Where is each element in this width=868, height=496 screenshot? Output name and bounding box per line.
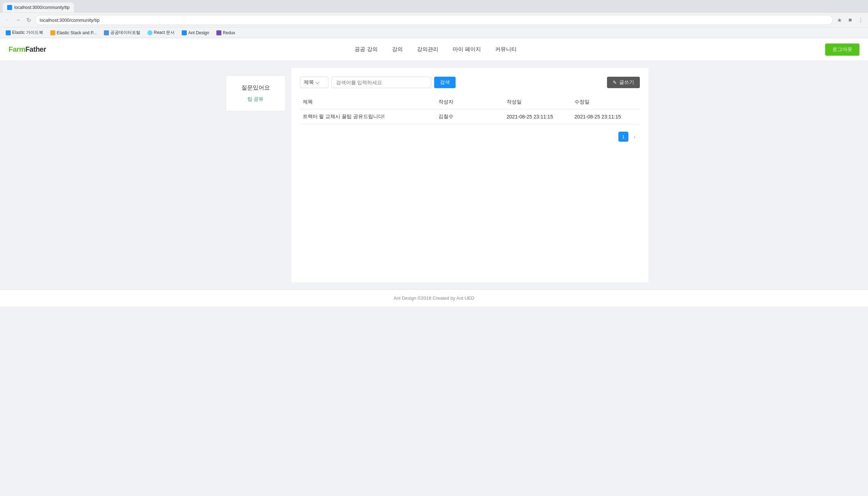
row-title[interactable]: 트랙터 윌 교체시 꿀팁 공유드립니다! — [300, 109, 436, 125]
reload-button[interactable]: ↻ — [24, 16, 33, 24]
pencil-icon: ✎ — [613, 80, 617, 85]
bookmark-label-6: Redux — [223, 30, 235, 35]
nav-item-public-lecture[interactable]: 공공 강의 — [355, 46, 377, 53]
logout-button[interactable]: 로그아웃 — [825, 44, 859, 56]
search-button[interactable]: 검색 — [434, 77, 456, 88]
bookmark-favicon-1 — [6, 30, 11, 35]
nav-item-community[interactable]: 커뮤니티 — [495, 46, 517, 53]
bookmark-ant-design[interactable]: Ant Design — [179, 30, 212, 36]
table-body: 트랙터 윌 교체시 꿀팁 공유드립니다! 김철수 2021-08-25 23:1… — [300, 109, 640, 125]
bookmark-label-5: Ant Design — [188, 30, 209, 35]
bookmark-favicon-4 — [147, 30, 152, 35]
col-author: 작성자 — [436, 95, 503, 109]
forward-button[interactable]: → — [14, 16, 22, 24]
category-select[interactable]: 제목 — [300, 77, 328, 88]
sidebar-card: 질문있어요 팁 공유 — [226, 75, 286, 111]
sidebar-tip-label[interactable]: 팁 공유 — [233, 96, 278, 102]
table-row[interactable]: 트랙터 윌 교체시 꿀팁 공유드립니다! 김철수 2021-08-25 23:1… — [300, 109, 640, 125]
nav-item-mypage[interactable]: 마이 페이지 — [453, 46, 481, 53]
bookmark-star[interactable]: ★ — [835, 16, 844, 24]
nav-menu: 공공 강의 강의 강의관리 마이 페이지 커뮤니티 — [355, 46, 516, 53]
bookmark-elastic-stack[interactable]: Elastic Stack and P... — [47, 30, 100, 36]
bookmark-favicon-2 — [50, 30, 55, 35]
sidebar: 질문있어요 팁 공유 — [220, 68, 291, 282]
extensions-button[interactable]: ■ — [846, 16, 854, 24]
search-input[interactable] — [331, 77, 431, 88]
col-updated: 수정일 — [572, 95, 639, 109]
content-area: 질문있어요 팁 공유 제목 검색 ✎ 글쓰기 — [220, 61, 648, 289]
bookmark-label-3: 공공데이터포털 — [110, 30, 140, 36]
row-updated-at: 2021-08-25 23:11:15 — [572, 109, 639, 125]
app-footer: Ant Design ©2018 Created by Ant UED — [0, 289, 868, 307]
bookmark-elastic-guide[interactable]: Elastic 가이드북 — [3, 29, 46, 36]
browser-tabs: localhost:3000/community/tip — [0, 0, 868, 13]
bookmark-label-1: Elastic 가이드북 — [12, 30, 43, 36]
search-bar: 제목 검색 ✎ 글쓰기 — [300, 77, 640, 88]
write-label: 글쓰기 — [619, 79, 634, 86]
bookmark-favicon-5 — [182, 30, 187, 35]
nav-item-lecture[interactable]: 강의 — [392, 46, 403, 53]
footer-text: Ant Design ©2018 Created by Ant UED — [393, 295, 474, 301]
active-tab[interactable]: localhost:3000/community/tip — [3, 2, 74, 12]
address-bar[interactable]: localhost:3000/community/tip — [35, 15, 833, 25]
nav-link-lecture[interactable]: 강의 — [392, 46, 403, 52]
col-created: 작성일 — [504, 95, 572, 109]
nav-item-lecture-mgmt[interactable]: 강의관리 — [417, 46, 438, 53]
logo-father: Father — [25, 45, 46, 53]
row-created-at: 2021-08-25 23:11:15 — [504, 109, 572, 125]
logo-farm: Farm — [9, 45, 25, 53]
tab-favicon — [7, 5, 12, 10]
page-1-button[interactable]: 1 — [618, 132, 628, 142]
menu-button[interactable]: ⋮ — [857, 16, 865, 24]
url-display: localhost:3000/community/tip — [40, 17, 100, 23]
next-page-button[interactable]: › — [630, 132, 640, 142]
browser-chrome: localhost:3000/community/tip ← → ↻ local… — [0, 0, 868, 38]
back-button[interactable]: ← — [3, 16, 11, 24]
tab-title: localhost:3000/community/tip — [14, 5, 70, 10]
bookmarks-bar: Elastic 가이드북 Elastic Stack and P... 공공데이… — [0, 27, 868, 38]
app-header: FarmFather 공공 강의 강의 강의관리 마이 페이지 커뮤니티 — [0, 38, 868, 61]
main-nav: 공공 강의 강의 강의관리 마이 페이지 커뮤니티 — [355, 46, 516, 53]
main-content: 제목 검색 ✎ 글쓰기 제목 작성자 작성일 수정일 — [291, 68, 648, 282]
row-author: 김철수 — [436, 109, 503, 125]
bookmark-public-data[interactable]: 공공데이터포털 — [101, 29, 143, 36]
sidebar-question-text: 질문있어요 — [233, 84, 278, 92]
bookmark-favicon-3 — [104, 30, 109, 35]
browser-toolbar: ← → ↻ localhost:3000/community/tip ★ ■ ⋮ — [0, 13, 868, 27]
bookmark-label-4: React 문서 — [154, 30, 175, 36]
table-header-row: 제목 작성자 작성일 수정일 — [300, 95, 640, 109]
nav-link-community[interactable]: 커뮤니티 — [495, 46, 517, 52]
pagination: 1 › — [300, 132, 640, 142]
board-table: 제목 작성자 작성일 수정일 트랙터 윌 교체시 꿀팁 공유드립니다! 김철수 … — [300, 95, 640, 125]
chevron-down-icon — [315, 80, 319, 84]
nav-link-public-lecture[interactable]: 공공 강의 — [355, 46, 377, 52]
nav-link-mypage[interactable]: 마이 페이지 — [453, 46, 481, 52]
app-logo: FarmFather — [9, 45, 46, 54]
bookmark-redux[interactable]: Redux — [214, 30, 238, 36]
table-header: 제목 작성자 작성일 수정일 — [300, 95, 640, 109]
app-wrapper: FarmFather 공공 강의 강의 강의관리 마이 페이지 커뮤니티 — [0, 38, 868, 496]
col-title: 제목 — [300, 95, 436, 109]
bookmark-react[interactable]: React 문서 — [145, 29, 178, 36]
write-button[interactable]: ✎ 글쓰기 — [607, 77, 640, 88]
bookmark-favicon-6 — [216, 30, 221, 35]
nav-link-lecture-mgmt[interactable]: 강의관리 — [417, 46, 438, 52]
bookmark-label-2: Elastic Stack and P... — [57, 30, 97, 35]
category-label: 제목 — [304, 79, 314, 86]
